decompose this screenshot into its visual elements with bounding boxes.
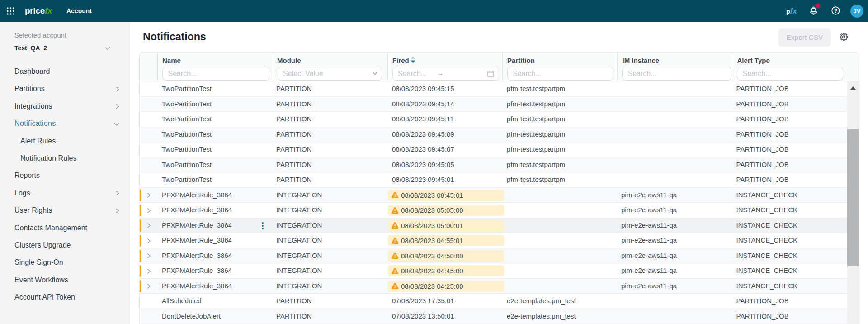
svg-text:?: ? bbox=[834, 8, 838, 14]
